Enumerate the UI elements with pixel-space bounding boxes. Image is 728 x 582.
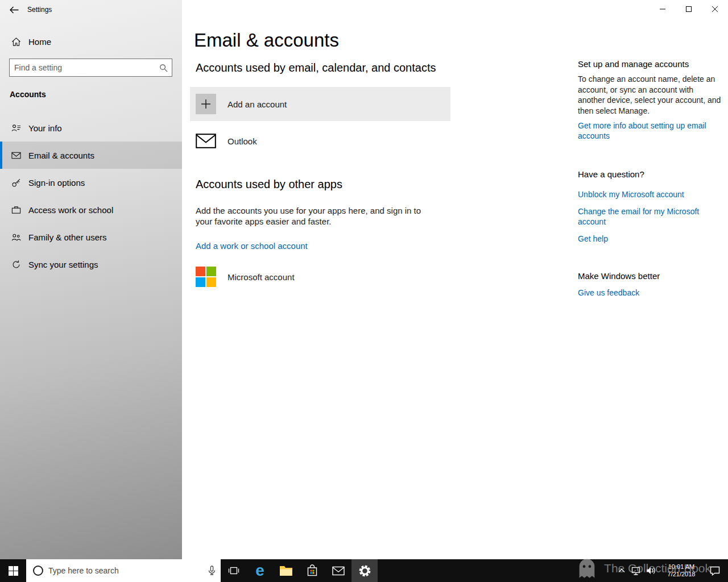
setup-body: To change an account name, delete an acc…: [578, 74, 721, 116]
outlook-label: Outlook: [228, 136, 257, 146]
settings-app-button[interactable]: [351, 559, 378, 582]
minimize-icon: [660, 6, 665, 12]
action-center-icon: [710, 566, 720, 576]
unblock-account-link[interactable]: Unblock my Microsoft account: [578, 189, 684, 199]
sidebar-item-home[interactable]: Home: [0, 30, 182, 53]
cortana-icon: [33, 566, 43, 576]
titlebar: Settings: [0, 0, 52, 19]
close-button[interactable]: [702, 0, 728, 18]
add-account-button[interactable]: Add an account: [190, 87, 450, 121]
add-account-label: Add an account: [228, 99, 287, 109]
key-icon: [11, 178, 21, 188]
main-content: Email & accounts Accounts used by email,…: [182, 0, 728, 559]
settings-window: Settings Home Accounts Your info Email &…: [0, 0, 728, 582]
sidebar-item-label: Email & accounts: [28, 151, 94, 160]
get-help-link[interactable]: Get help: [578, 234, 608, 244]
search-icon[interactable]: [155, 64, 172, 72]
sidebar-item-family-other-users[interactable]: Family & other users: [0, 223, 182, 251]
outlook-envelope-icon: [196, 134, 216, 148]
edge-button[interactable]: e: [247, 559, 273, 582]
page-title: Email & accounts: [194, 30, 339, 51]
help-panel: Set up and manage accounts To change an …: [578, 59, 721, 298]
sidebar-item-email-accounts[interactable]: Email & accounts: [0, 142, 182, 169]
microsoft-account-label: Microsoft account: [228, 272, 295, 282]
task-view-button[interactable]: [221, 559, 247, 582]
clock-time: 10:01 AM: [668, 563, 694, 571]
briefcase-icon: [11, 205, 21, 215]
people-icon: [11, 232, 21, 242]
chevron-up-icon: [618, 568, 625, 573]
settings-search-box[interactable]: [9, 59, 172, 77]
give-feedback-link[interactable]: Give us feedback: [578, 288, 639, 298]
clock[interactable]: 10:01 AM 7/21/2018: [659, 559, 704, 582]
store-bag-icon: [307, 564, 318, 577]
store-button[interactable]: [299, 559, 325, 582]
start-button[interactable]: [0, 559, 26, 582]
file-explorer-button[interactable]: [273, 559, 299, 582]
close-icon: [712, 6, 718, 12]
minimize-button[interactable]: [650, 0, 676, 18]
microsoft-logo-icon: [196, 267, 216, 287]
question-heading: Have a question?: [578, 169, 721, 179]
mail-icon: [11, 151, 21, 160]
add-work-school-link[interactable]: Add a work or school account: [196, 241, 308, 251]
setup-block: Set up and manage accounts To change an …: [578, 59, 721, 141]
microphone-icon[interactable]: [208, 566, 216, 576]
action-center-button[interactable]: [704, 559, 726, 582]
feedback-block: Make Windows better Give us feedback: [578, 271, 721, 298]
sidebar-nav: Your info Email & accounts Sign-in optio…: [0, 114, 182, 278]
network-icon: [631, 567, 642, 575]
taskbar: e 10:01 AM 7/21/2018: [0, 559, 728, 582]
maximize-button[interactable]: [676, 0, 702, 18]
feedback-heading: Make Windows better: [578, 271, 721, 281]
sidebar-home-label: Home: [28, 37, 51, 47]
maximize-icon: [686, 6, 692, 12]
volume-icon: [646, 567, 656, 575]
taskbar-search-box[interactable]: [26, 559, 221, 582]
network-button[interactable]: [629, 559, 644, 582]
task-view-icon: [228, 565, 239, 576]
settings-search-input[interactable]: [10, 59, 155, 76]
other-apps-description: Add the accounts you use for your apps h…: [196, 205, 430, 227]
clock-date: 7/21/2018: [668, 571, 696, 578]
home-icon: [11, 37, 21, 47]
volume-button[interactable]: [644, 559, 659, 582]
user-info-icon: [11, 123, 21, 133]
other-apps-heading: Accounts used by other apps: [196, 178, 453, 191]
mail-app-button[interactable]: [325, 559, 351, 582]
sidebar-item-your-info[interactable]: Your info: [0, 114, 182, 142]
outlook-account-item[interactable]: Outlook: [196, 127, 453, 155]
email-accounts-heading: Accounts used by email, calendar, and co…: [196, 61, 453, 74]
accounts-section: Accounts used by email, calendar, and co…: [196, 61, 453, 287]
file-explorer-icon: [279, 566, 293, 576]
sidebar-item-label: Sync your settings: [28, 260, 98, 269]
edge-icon: e: [255, 563, 264, 579]
setup-info-link[interactable]: Get more info about setting up email acc…: [578, 120, 721, 141]
hidden-icons-button[interactable]: [614, 559, 629, 582]
back-button[interactable]: [0, 0, 27, 19]
back-arrow-icon: [9, 6, 19, 14]
plus-icon: [196, 94, 216, 114]
microsoft-account-item[interactable]: Microsoft account: [196, 267, 453, 287]
sidebar: Settings Home Accounts Your info Email &…: [0, 0, 182, 559]
system-tray: 10:01 AM 7/21/2018: [614, 559, 728, 582]
sidebar-item-access-work-school[interactable]: Access work or school: [0, 196, 182, 223]
setup-heading: Set up and manage accounts: [578, 59, 721, 69]
taskbar-search-input[interactable]: [48, 566, 202, 575]
question-block: Have a question? Unblock my Microsoft ac…: [578, 169, 721, 244]
sync-icon: [11, 260, 21, 269]
windows-logo-icon: [9, 566, 18, 576]
sidebar-item-label: Your info: [28, 123, 62, 133]
mail-app-icon: [332, 566, 345, 576]
sidebar-item-label: Access work or school: [28, 205, 113, 215]
change-email-link[interactable]: Change the email for my Microsoft accoun…: [578, 206, 721, 227]
sidebar-item-label: Sign-in options: [28, 178, 85, 188]
sidebar-item-sync-settings[interactable]: Sync your settings: [0, 251, 182, 278]
sidebar-section-label: Accounts: [10, 90, 46, 99]
window-title: Settings: [27, 6, 52, 14]
window-controls: [650, 0, 728, 18]
sidebar-item-sign-in-options[interactable]: Sign-in options: [0, 169, 182, 196]
gear-icon: [358, 564, 371, 577]
sidebar-item-label: Family & other users: [28, 232, 107, 242]
